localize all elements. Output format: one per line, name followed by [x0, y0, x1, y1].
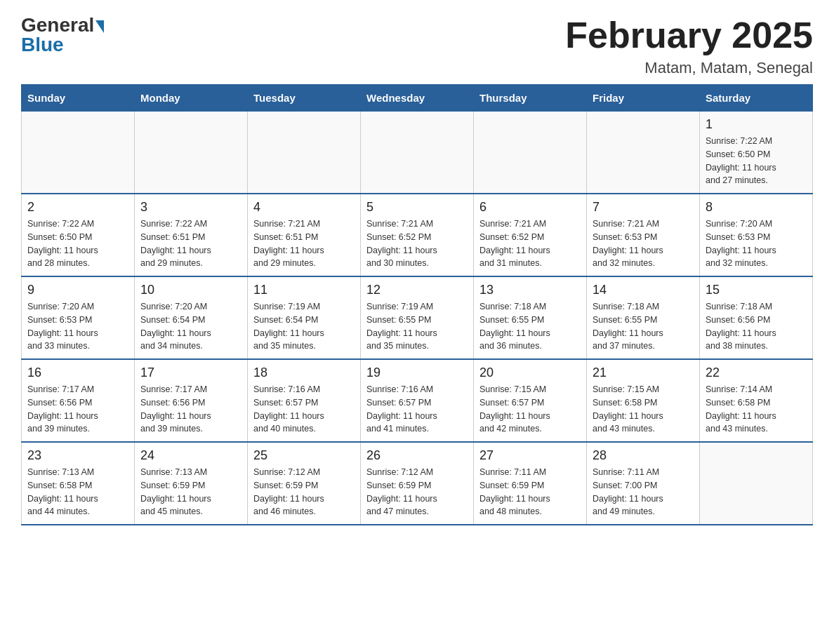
day-info: Sunrise: 7:22 AM Sunset: 6:50 PM Dayligh…: [27, 217, 128, 270]
day-info: Sunrise: 7:21 AM Sunset: 6:52 PM Dayligh…: [366, 217, 468, 270]
calendar-cell: [474, 112, 587, 194]
week-row-3: 9Sunrise: 7:20 AM Sunset: 6:53 PM Daylig…: [22, 276, 813, 359]
day-info: Sunrise: 7:18 AM Sunset: 6:55 PM Dayligh…: [479, 300, 581, 353]
day-info: Sunrise: 7:18 AM Sunset: 6:55 PM Dayligh…: [593, 300, 694, 353]
day-info: Sunrise: 7:20 AM Sunset: 6:53 PM Dayligh…: [706, 217, 807, 270]
day-number: 23: [27, 448, 128, 463]
week-row-4: 16Sunrise: 7:17 AM Sunset: 6:56 PM Dayli…: [22, 359, 813, 442]
day-number: 12: [366, 283, 468, 297]
day-number: 5: [366, 200, 468, 215]
calendar-cell: 7Sunrise: 7:21 AM Sunset: 6:53 PM Daylig…: [587, 194, 700, 276]
weekday-header-tuesday: Tuesday: [248, 85, 361, 112]
day-info: Sunrise: 7:16 AM Sunset: 6:57 PM Dayligh…: [366, 383, 468, 436]
logo-arrow-icon: [95, 20, 104, 33]
day-info: Sunrise: 7:12 AM Sunset: 6:59 PM Dayligh…: [366, 466, 468, 518]
calendar-cell: 16Sunrise: 7:17 AM Sunset: 6:56 PM Dayli…: [22, 359, 135, 442]
calendar-cell: 26Sunrise: 7:12 AM Sunset: 6:59 PM Dayli…: [361, 442, 474, 525]
day-number: 13: [479, 283, 581, 297]
page-header: General Blue February 2025 Matam, Matam,…: [21, 14, 813, 77]
day-info: Sunrise: 7:15 AM Sunset: 6:58 PM Dayligh…: [593, 383, 694, 436]
calendar-subtitle: Matam, Matam, Senegal: [565, 59, 813, 77]
weekday-header-sunday: Sunday: [22, 85, 135, 112]
day-number: 20: [479, 365, 581, 380]
day-number: 25: [253, 448, 355, 463]
calendar-cell: 5Sunrise: 7:21 AM Sunset: 6:52 PM Daylig…: [361, 194, 474, 276]
calendar-cell: 17Sunrise: 7:17 AM Sunset: 6:56 PM Dayli…: [135, 359, 248, 442]
day-number: 7: [593, 200, 694, 215]
calendar-cell: 15Sunrise: 7:18 AM Sunset: 6:56 PM Dayli…: [700, 276, 813, 359]
calendar-cell: 19Sunrise: 7:16 AM Sunset: 6:57 PM Dayli…: [361, 359, 474, 442]
calendar-cell: 3Sunrise: 7:22 AM Sunset: 6:51 PM Daylig…: [135, 194, 248, 276]
day-info: Sunrise: 7:13 AM Sunset: 6:59 PM Dayligh…: [140, 466, 241, 518]
calendar-cell: 22Sunrise: 7:14 AM Sunset: 6:58 PM Dayli…: [700, 359, 813, 442]
day-info: Sunrise: 7:20 AM Sunset: 6:54 PM Dayligh…: [140, 300, 241, 353]
day-info: Sunrise: 7:14 AM Sunset: 6:58 PM Dayligh…: [706, 383, 807, 436]
calendar-cell: 14Sunrise: 7:18 AM Sunset: 6:55 PM Dayli…: [587, 276, 700, 359]
calendar-cell: [22, 112, 135, 194]
day-info: Sunrise: 7:22 AM Sunset: 6:51 PM Dayligh…: [140, 217, 241, 270]
day-number: 17: [140, 365, 241, 380]
calendar-cell: 6Sunrise: 7:21 AM Sunset: 6:52 PM Daylig…: [474, 194, 587, 276]
weekday-header-thursday: Thursday: [474, 85, 587, 112]
day-info: Sunrise: 7:19 AM Sunset: 6:54 PM Dayligh…: [253, 300, 355, 353]
week-row-2: 2Sunrise: 7:22 AM Sunset: 6:50 PM Daylig…: [22, 194, 813, 276]
day-number: 3: [140, 200, 241, 215]
calendar-table: SundayMondayTuesdayWednesdayThursdayFrid…: [21, 84, 813, 525]
calendar-cell: 12Sunrise: 7:19 AM Sunset: 6:55 PM Dayli…: [361, 276, 474, 359]
day-info: Sunrise: 7:12 AM Sunset: 6:59 PM Dayligh…: [253, 466, 355, 518]
day-info: Sunrise: 7:13 AM Sunset: 6:58 PM Dayligh…: [27, 466, 128, 518]
calendar-cell: 24Sunrise: 7:13 AM Sunset: 6:59 PM Dayli…: [135, 442, 248, 525]
day-number: 22: [706, 365, 807, 380]
day-info: Sunrise: 7:21 AM Sunset: 6:53 PM Dayligh…: [593, 217, 694, 270]
calendar-cell: 21Sunrise: 7:15 AM Sunset: 6:58 PM Dayli…: [587, 359, 700, 442]
weekday-header-friday: Friday: [587, 85, 700, 112]
day-number: 19: [366, 365, 468, 380]
calendar-cell: 1Sunrise: 7:22 AM Sunset: 6:50 PM Daylig…: [700, 112, 813, 194]
day-info: Sunrise: 7:11 AM Sunset: 7:00 PM Dayligh…: [593, 466, 694, 518]
day-number: 18: [253, 365, 355, 380]
day-info: Sunrise: 7:22 AM Sunset: 6:50 PM Dayligh…: [706, 135, 807, 187]
day-number: 11: [253, 283, 355, 297]
day-info: Sunrise: 7:17 AM Sunset: 6:56 PM Dayligh…: [140, 383, 241, 436]
calendar-cell: 18Sunrise: 7:16 AM Sunset: 6:57 PM Dayli…: [248, 359, 361, 442]
calendar-cell: [135, 112, 248, 194]
day-number: 16: [27, 365, 128, 380]
logo-blue-text: Blue: [21, 34, 64, 56]
calendar-cell: 9Sunrise: 7:20 AM Sunset: 6:53 PM Daylig…: [22, 276, 135, 359]
day-number: 14: [593, 283, 694, 297]
calendar-cell: 10Sunrise: 7:20 AM Sunset: 6:54 PM Dayli…: [135, 276, 248, 359]
day-info: Sunrise: 7:21 AM Sunset: 6:52 PM Dayligh…: [479, 217, 581, 270]
calendar-header: SundayMondayTuesdayWednesdayThursdayFrid…: [22, 85, 813, 112]
day-info: Sunrise: 7:11 AM Sunset: 6:59 PM Dayligh…: [479, 466, 581, 518]
calendar-cell: 13Sunrise: 7:18 AM Sunset: 6:55 PM Dayli…: [474, 276, 587, 359]
calendar-cell: 4Sunrise: 7:21 AM Sunset: 6:51 PM Daylig…: [248, 194, 361, 276]
title-area: February 2025 Matam, Matam, Senegal: [565, 14, 813, 77]
calendar-cell: 25Sunrise: 7:12 AM Sunset: 6:59 PM Dayli…: [248, 442, 361, 525]
weekday-header-wednesday: Wednesday: [361, 85, 474, 112]
day-number: 1: [706, 117, 807, 132]
day-number: 24: [140, 448, 241, 463]
day-info: Sunrise: 7:15 AM Sunset: 6:57 PM Dayligh…: [479, 383, 581, 436]
day-number: 10: [140, 283, 241, 297]
calendar-cell: 23Sunrise: 7:13 AM Sunset: 6:58 PM Dayli…: [22, 442, 135, 525]
week-row-1: 1Sunrise: 7:22 AM Sunset: 6:50 PM Daylig…: [22, 112, 813, 194]
day-info: Sunrise: 7:19 AM Sunset: 6:55 PM Dayligh…: [366, 300, 468, 353]
week-row-5: 23Sunrise: 7:13 AM Sunset: 6:58 PM Dayli…: [22, 442, 813, 525]
day-number: 27: [479, 448, 581, 463]
day-info: Sunrise: 7:20 AM Sunset: 6:53 PM Dayligh…: [27, 300, 128, 353]
calendar-cell: 27Sunrise: 7:11 AM Sunset: 6:59 PM Dayli…: [474, 442, 587, 525]
weekday-header-monday: Monday: [135, 85, 248, 112]
calendar-cell: 8Sunrise: 7:20 AM Sunset: 6:53 PM Daylig…: [700, 194, 813, 276]
calendar-cell: 28Sunrise: 7:11 AM Sunset: 7:00 PM Dayli…: [587, 442, 700, 525]
day-number: 4: [253, 200, 355, 215]
day-info: Sunrise: 7:18 AM Sunset: 6:56 PM Dayligh…: [706, 300, 807, 353]
calendar-cell: [700, 442, 813, 525]
weekday-header-saturday: Saturday: [700, 85, 813, 112]
day-info: Sunrise: 7:21 AM Sunset: 6:51 PM Dayligh…: [253, 217, 355, 270]
day-info: Sunrise: 7:16 AM Sunset: 6:57 PM Dayligh…: [253, 383, 355, 436]
calendar-title: February 2025: [565, 14, 813, 56]
day-number: 15: [706, 283, 807, 297]
weekday-header-row: SundayMondayTuesdayWednesdayThursdayFrid…: [22, 85, 813, 112]
logo: General Blue: [21, 14, 104, 56]
calendar-cell: 20Sunrise: 7:15 AM Sunset: 6:57 PM Dayli…: [474, 359, 587, 442]
